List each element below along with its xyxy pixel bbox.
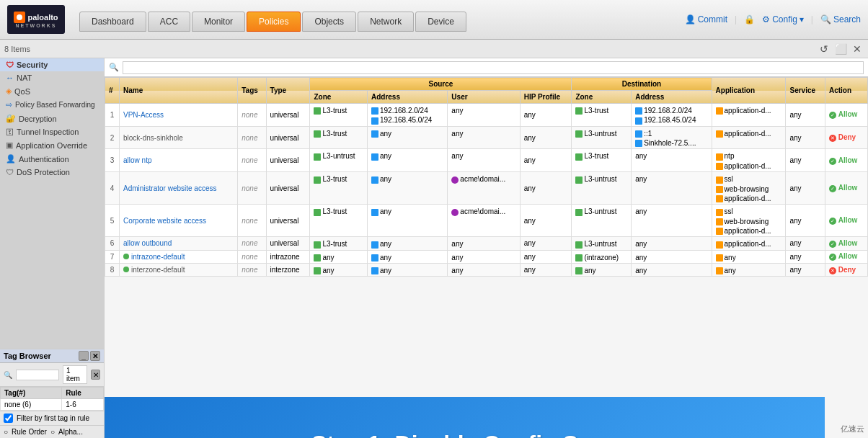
cell-src-zone: any <box>310 250 368 263</box>
left-panel: 🛡 Security ↔ NAT ◈ QoS ⇨ Policy Based Fo… <box>0 58 105 438</box>
table-row: 2 block-dns-sinkhole none universal L3-t… <box>105 126 868 149</box>
cell-src-zone: L3-trust <box>310 205 368 237</box>
sidebar-item-tunnel-inspection[interactable]: ⚿ Tunnel Inspection <box>0 125 104 138</box>
cell-type: universal <box>266 149 310 172</box>
sidebar-item-application-override[interactable]: ▣ Application Override <box>0 138 104 152</box>
policy-table-container: # Name Tags Type Source Destination Appl… <box>105 77 868 438</box>
sidebar-item-authentication[interactable]: 👤 Authentication <box>0 152 104 166</box>
cell-tags: none <box>238 237 266 250</box>
cell-app: application-d... <box>712 237 786 250</box>
cell-tags: none <box>238 126 266 149</box>
app-override-icon: ▣ <box>6 140 13 150</box>
cell-num: 1 <box>105 104 120 127</box>
cell-src-address: any <box>367 237 447 250</box>
cell-name[interactable]: allow outbound <box>120 237 238 250</box>
cell-src-user: acme\domai... <box>448 205 520 237</box>
tag-clear-button[interactable]: ✕ <box>91 370 100 380</box>
cell-src-address: any <box>367 250 447 263</box>
tab-dashboard[interactable]: Dashboard <box>79 12 146 32</box>
tab-monitor[interactable]: Monitor <box>192 12 245 32</box>
cell-src-address: 192.168.2.0/24192.168.45.0/24 <box>367 104 447 127</box>
search-icon: 🔍 <box>820 14 831 24</box>
cell-src-user: any <box>448 237 520 250</box>
sidebar-item-nat[interactable]: ↔ NAT <box>0 71 104 84</box>
cell-tags: none <box>238 149 266 172</box>
config-dropdown-icon: ▾ <box>800 14 804 24</box>
cell-num: 7 <box>105 250 120 263</box>
cell-tags: none <box>238 250 266 263</box>
config-button[interactable]: ⚙ Config ▾ <box>762 14 804 24</box>
cell-dst-zone: L3-untrust <box>572 205 632 237</box>
col-type: Type <box>266 78 310 104</box>
overlay-text: Step 1: Disable Config Sync <box>311 431 618 439</box>
filter-checkbox[interactable] <box>4 414 13 423</box>
cell-num: 6 <box>105 237 120 250</box>
table-search-icon: 🔍 <box>109 63 119 72</box>
cell-src-address: any <box>367 264 447 277</box>
commit-button[interactable]: 👤 Commit <box>685 14 727 24</box>
cell-name[interactable]: Corporate website access <box>120 205 238 237</box>
nav-tabs: Dashboard ACC Monitor Policies Objects N… <box>79 12 685 32</box>
col-src-user: User <box>448 91 520 104</box>
cell-dst-address: any <box>632 205 712 237</box>
rule-order-icon: ○ <box>4 428 8 436</box>
cell-src-zone: L3-trust <box>310 172 368 205</box>
main-layout: 🛡 Security ↔ NAT ◈ QoS ⇨ Policy Based Fo… <box>0 58 868 438</box>
tab-network[interactable]: Network <box>358 12 414 32</box>
search-button[interactable]: 🔍 Search <box>820 14 861 24</box>
cell-num: 5 <box>105 205 120 237</box>
tag-browser-minimize[interactable]: _ <box>79 351 89 361</box>
cell-action: ✕ Deny <box>825 264 867 277</box>
cell-action: ✓ Allow <box>825 104 867 127</box>
tag-cell-tag: none (6) <box>1 399 62 411</box>
sidebar-item-qos[interactable]: ◈ QoS <box>0 84 104 98</box>
tab-device[interactable]: Device <box>415 12 466 32</box>
filter-bar: Filter by first tag in rule <box>0 411 104 425</box>
cell-num: 4 <box>105 172 120 205</box>
cell-type: interzone <box>266 264 310 277</box>
cell-name[interactable]: allow ntp <box>120 149 238 172</box>
sidebar-item-security[interactable]: 🛡 Security <box>0 58 104 71</box>
tag-item-count: 1 item <box>63 365 87 384</box>
refresh-button[interactable]: ↺ <box>818 43 831 55</box>
decrypt-icon: 🔐 <box>6 114 16 123</box>
tab-policies[interactable]: Policies <box>247 12 301 32</box>
tab-acc[interactable]: ACC <box>148 12 190 32</box>
cell-type: universal <box>266 237 310 250</box>
rule-order-bar: ○ Rule Order ○ Alpha... <box>0 425 104 438</box>
cell-name[interactable]: interzone-default <box>120 264 238 277</box>
cell-app: ntpapplication-d... <box>712 149 786 172</box>
close-button[interactable]: ✕ <box>851 43 864 55</box>
tab-objects[interactable]: Objects <box>302 12 356 32</box>
tag-col-rule: Rule <box>62 388 104 399</box>
auth-icon: 👤 <box>6 154 16 164</box>
sidebar-item-dos-protection[interactable]: 🛡 DoS Protection <box>0 166 104 179</box>
cell-dst-address: any <box>632 264 712 277</box>
sidebar-item-decryption[interactable]: 🔐 Decryption <box>0 112 104 125</box>
table-row: 7 intrazone-default none intrazone any a… <box>105 250 868 263</box>
col-num: # <box>105 78 120 104</box>
cell-name[interactable]: block-dns-sinkhole <box>120 126 238 149</box>
cell-num: 8 <box>105 264 120 277</box>
cell-name[interactable]: VPN-Access <box>120 104 238 127</box>
table-row: 6 allow outbound none universal L3-trust… <box>105 237 868 250</box>
table-row: 5 Corporate website access none universa… <box>105 205 868 237</box>
cell-src-zone: L3-trust <box>310 126 368 149</box>
col-dst-address: Address <box>632 91 712 104</box>
cell-action: ✓ Allow <box>825 149 867 172</box>
tag-browser-close[interactable]: ✕ <box>90 351 100 361</box>
maximize-button[interactable]: ⬜ <box>834 43 847 55</box>
tag-search-input[interactable] <box>16 370 59 380</box>
cell-src-hip: any <box>520 237 572 250</box>
config-icon: ⚙ <box>762 14 770 24</box>
commit-icon: 👤 <box>685 14 696 24</box>
cell-name[interactable]: Administrator website access <box>120 172 238 205</box>
table-search-input[interactable] <box>123 61 864 74</box>
secondary-toolbar: 8 Items ↺ ⬜ ✕ <box>0 40 868 58</box>
cell-dst-address: any <box>632 250 712 263</box>
tag-search-bar: 🔍 1 item ✕ <box>0 363 104 387</box>
sidebar-item-policy-based-forwarding[interactable]: ⇨ Policy Based Forwarding <box>0 98 104 112</box>
cell-type: universal <box>266 104 310 127</box>
cell-dst-zone: L3-untrust <box>572 237 632 250</box>
cell-name[interactable]: intrazone-default <box>120 250 238 263</box>
